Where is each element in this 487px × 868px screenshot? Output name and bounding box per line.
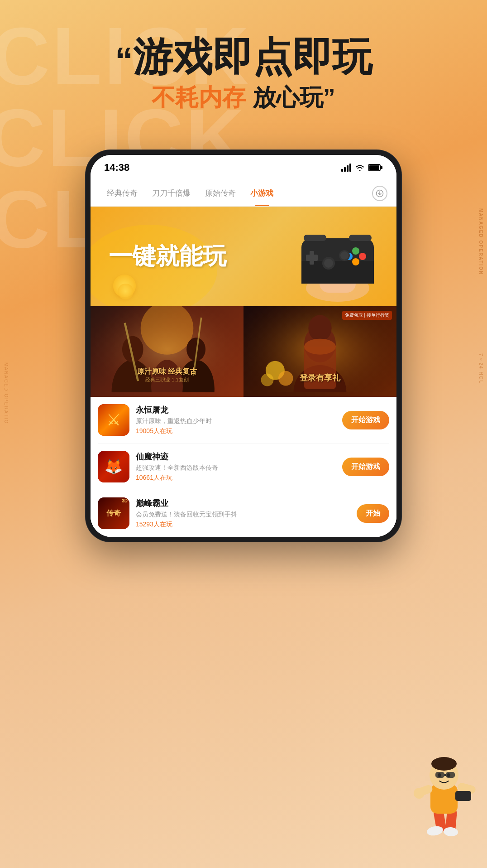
status-bar: 14:38 — [91, 155, 396, 180]
svg-rect-2 — [381, 166, 382, 169]
game-item-2: 仙魔神迹 超强攻速！全新西游版本传奇 10661人在玩 开始游戏 — [98, 444, 389, 490]
battery-icon — [368, 164, 383, 172]
tab-download-button[interactable] — [372, 186, 387, 201]
hero-subtitle-normal: 放心玩 — [246, 84, 323, 111]
game-controller-illustration — [292, 211, 383, 302]
game-players-1: 19005人在玩 — [136, 427, 336, 435]
svg-point-14 — [352, 258, 359, 265]
game-card-2[interactable]: 免费领取 | 接单行行奖 登录有享礼 — [244, 306, 396, 397]
hero-subtitle: 不耗内存 放心玩” — [9, 82, 478, 114]
svg-point-38 — [304, 339, 336, 355]
tab-classic-legend[interactable]: 经典传奇 — [100, 180, 145, 206]
game-item-3: 3D 巅峰霸业 会员免费送！装备回收元宝领到手抖 15293人在玩 开始 — [98, 490, 389, 537]
status-icons — [341, 164, 383, 172]
svg-rect-53 — [446, 772, 455, 778]
sword-design-1 — [98, 404, 129, 436]
game-icon-3: 3D — [98, 497, 129, 529]
tab-primal-legend[interactable]: 原始传奇 — [198, 180, 243, 206]
side-text-right: MANAGED OPERATION — [478, 208, 483, 275]
legend-3d-badge: 3D — [122, 498, 128, 503]
legend-design-3: 3D — [98, 497, 129, 529]
side-text-left: MANAGED OPERATIO — [4, 362, 9, 424]
svg-rect-16 — [349, 235, 372, 241]
game-item-1: 永恒屠龙 原汁原味，重返热血少年时 19005人在玩 开始游戏 — [98, 397, 389, 444]
svg-point-20 — [340, 251, 349, 260]
controller-svg — [292, 211, 383, 302]
fox-design-2 — [98, 451, 129, 482]
card1-main-label: 原汁原味 经典复古 — [91, 367, 244, 376]
game-desc-2: 超强攻速！全新西游版本传奇 — [136, 464, 336, 472]
character-figure — [410, 750, 482, 841]
app-content: 经典传奇 刀刀千倍爆 原始传奇 小游戏 — [91, 180, 396, 537]
tab-mini-games[interactable]: 小游戏 — [243, 180, 281, 206]
svg-point-18 — [324, 259, 333, 268]
card1-sub-label: 经典三职业 1:1复刻 — [91, 376, 244, 383]
game-card-1[interactable]: 原汁原味 经典复古 经典三职业 1:1复刻 — [91, 306, 244, 397]
tab-bar[interactable]: 经典传奇 刀刀千倍爆 原始传奇 小游戏 — [91, 180, 396, 207]
game-name-2: 仙魔神迹 — [136, 451, 336, 462]
svg-rect-54 — [444, 774, 446, 776]
phone-screen: 14:38 — [91, 155, 396, 537]
svg-point-46 — [414, 788, 425, 799]
svg-rect-15 — [304, 235, 326, 241]
play-button-3[interactable]: 开始 — [357, 504, 389, 523]
game-card-2-bg: 免费领取 | 接单行行奖 登录有享礼 — [244, 306, 396, 397]
game-cards-row: 原汁原味 经典复古 经典三职业 1:1复刻 — [91, 306, 396, 397]
hero-title: “游戏即点即玩 — [9, 36, 478, 79]
card2-main-label: 登录有享礼 — [244, 372, 396, 383]
game-list: 永恒屠龙 原汁原味，重返热血少年时 19005人在玩 开始游戏 仙魔神迹 — [91, 397, 396, 537]
game-players-3: 15293人在玩 — [136, 521, 350, 529]
svg-rect-47 — [455, 791, 471, 801]
quote-close: ” — [323, 83, 335, 111]
game-card-1-bg: 原汁原味 经典复古 经典三职业 1:1复刻 — [91, 306, 244, 397]
game-banner: 一键就能玩 — [91, 207, 396, 306]
quote-open: “ — [115, 40, 133, 80]
game-icon-2 — [98, 451, 129, 482]
game-info-2: 仙魔神迹 超强攻速！全新西游版本传奇 10661人在玩 — [136, 451, 336, 482]
svg-rect-10 — [306, 255, 318, 261]
game-name-3: 巅峰霸业 — [136, 498, 350, 509]
game-info-1: 永恒屠龙 原汁原味，重返热血少年时 19005人在玩 — [136, 405, 336, 435]
game-desc-3: 会员免费送！装备回收元宝领到手抖 — [136, 511, 350, 519]
download-icon — [376, 189, 384, 198]
game-info-3: 巅峰霸业 会员免费送！装备回收元宝领到手抖 15293人在玩 — [136, 498, 350, 529]
game-name-1: 永恒屠龙 — [136, 405, 336, 415]
phone-outer-frame: 14:38 — [85, 149, 402, 542]
svg-point-12 — [359, 253, 366, 260]
card2-promo-text: 免费领取 | 接单行行奖 — [342, 311, 392, 320]
character-svg — [410, 750, 482, 841]
hero-section: “游戏即点即玩 不耗内存 放心玩” — [0, 27, 487, 123]
wifi-icon — [355, 164, 365, 172]
card2-label-container: 登录有享礼 — [244, 372, 396, 383]
svg-rect-1 — [369, 165, 379, 170]
game-icon-1 — [98, 404, 129, 436]
phone-mockup: 14:38 — [85, 149, 402, 542]
game-players-2: 10661人在玩 — [136, 474, 336, 482]
play-button-2[interactable]: 开始游戏 — [342, 458, 389, 476]
banner-title: 一键就能玩 — [91, 241, 226, 272]
side-text-right2: 7×24 HOU — [478, 353, 483, 385]
svg-point-36 — [308, 315, 331, 341]
hero-subtitle-orange: 不耗内存 — [152, 84, 246, 111]
signal-icon — [341, 164, 351, 172]
svg-point-49 — [431, 757, 457, 771]
svg-point-11 — [352, 247, 359, 255]
svg-rect-52 — [435, 772, 444, 778]
play-button-1[interactable]: 开始游戏 — [342, 411, 389, 429]
card2-promo-badge: 免费领取 | 接单行行奖 — [342, 311, 392, 320]
tab-knife-blast[interactable]: 刀刀千倍爆 — [145, 180, 198, 206]
card1-label-container: 原汁原味 经典复古 经典三职业 1:1复刻 — [91, 367, 244, 383]
status-time: 14:38 — [104, 162, 129, 174]
game-desc-1: 原汁原味，重返热血少年时 — [136, 417, 336, 425]
